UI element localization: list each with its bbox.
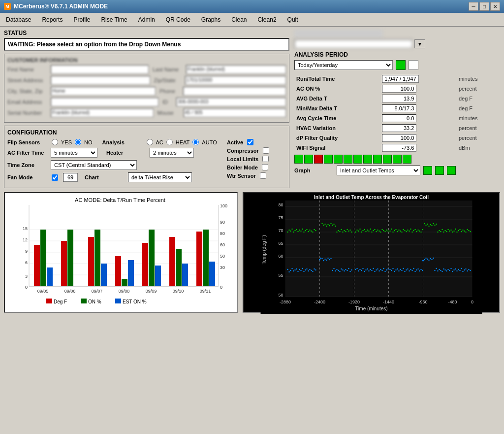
svg-point-245 [395, 269, 396, 270]
svg-point-195 [319, 259, 320, 261]
phone-input[interactable] [183, 87, 286, 96]
svg-point-185 [302, 268, 303, 269]
svg-point-273 [436, 268, 437, 269]
restore-button[interactable]: □ [479, 2, 489, 11]
svg-point-100 [359, 229, 360, 230]
svg-point-228 [370, 269, 371, 270]
analysis-period-title: ANALYSIS PERIOD [294, 51, 500, 58]
bar-g5 [149, 230, 155, 286]
street-input[interactable] [51, 76, 150, 85]
close-button[interactable]: ✕ [490, 2, 500, 11]
svg-text:9: 9 [25, 249, 28, 254]
svg-text:09/06: 09/06 [64, 289, 76, 294]
mouse-input[interactable]: 45 / 905 [184, 108, 286, 117]
svg-point-294 [467, 270, 468, 271]
compressor-checkbox[interactable] [263, 147, 269, 154]
flip-no-radio[interactable] [75, 139, 81, 145]
svg-point-140 [419, 231, 420, 232]
svg-point-192 [312, 271, 313, 272]
metric-unit-1: percent [457, 84, 500, 94]
analysis-ac-radio[interactable] [147, 139, 153, 145]
svg-point-108 [371, 232, 372, 233]
svg-point-168 [461, 231, 462, 232]
svg-point-146 [428, 226, 429, 227]
email-input[interactable] [51, 98, 158, 106]
menu-rise-time[interactable]: Rise Time [99, 15, 129, 24]
svg-text:90: 90 [220, 220, 225, 225]
metric-label-4: Avg Cycle Time [294, 113, 380, 123]
last-name-input[interactable]: Franklin (blurred) [186, 65, 286, 74]
serial-input[interactable]: Franklin (blurred) [51, 108, 154, 117]
fan-mode-checkbox[interactable] [52, 174, 58, 181]
svg-point-130 [404, 230, 405, 231]
menu-reports[interactable]: Reports [40, 15, 64, 24]
bar-g4 [122, 279, 127, 286]
ac-filter-dropdown[interactable]: 5 minutes [51, 148, 97, 158]
menu-database[interactable]: Database [4, 15, 33, 24]
boiler-checkbox[interactable] [262, 164, 268, 170]
svg-point-251 [404, 271, 405, 272]
timezone-dropdown[interactable]: CST (Central Standard) [51, 160, 137, 170]
svg-point-152 [437, 232, 438, 233]
menu-clean[interactable]: Clean [229, 15, 249, 24]
unit-button[interactable]: ▼ [414, 39, 425, 48]
svg-point-180 [294, 269, 295, 270]
bar-g3 [94, 230, 100, 286]
menu-bar: Database Reports Profile Rise Time Admin… [0, 13, 504, 27]
active-checkbox[interactable] [247, 139, 253, 145]
metric-unit-5: percent [457, 123, 500, 133]
wtr-sensor-checkbox[interactable] [260, 172, 266, 179]
svg-point-110 [374, 229, 375, 230]
svg-text:50: 50 [278, 293, 283, 298]
svg-point-163 [453, 231, 454, 232]
city-input[interactable]: Home [51, 87, 156, 96]
svg-point-230 [373, 268, 374, 269]
menu-qr-code[interactable]: QR Code [164, 15, 192, 24]
svg-point-267 [427, 259, 428, 260]
analysis-heat-radio[interactable] [166, 139, 173, 145]
bar-g6 [176, 249, 182, 286]
menu-profile[interactable]: Profile [71, 15, 92, 24]
svg-text:09/11: 09/11 [200, 289, 211, 294]
id-input[interactable]: 306-0000-003 [176, 98, 286, 106]
svg-point-295 [468, 269, 469, 270]
svg-point-253 [407, 268, 408, 269]
analysis-period-dropdown[interactable]: Today/Yesterday [294, 60, 393, 70]
svg-point-133 [409, 231, 410, 232]
menu-quit[interactable]: Quit [285, 15, 300, 24]
svg-point-88 [339, 231, 340, 232]
svg-point-129 [403, 229, 404, 230]
svg-point-145 [427, 224, 428, 225]
analysis-auto-radio[interactable] [192, 139, 199, 145]
svg-point-220 [358, 270, 359, 271]
svg-point-178 [291, 268, 292, 269]
menu-clean2[interactable]: Clean2 [256, 15, 279, 24]
svg-point-218 [355, 269, 356, 270]
svg-point-260 [417, 268, 418, 269]
street-label: Street Address [7, 77, 47, 83]
heater-dropdown[interactable]: 2 minutes [150, 148, 194, 158]
inlet-outlet-chart-svg: Inlet and Outlet Temp Across the Evapora… [244, 193, 499, 314]
fan-value-input[interactable] [63, 173, 78, 182]
svg-point-103 [364, 229, 365, 230]
svg-point-198 [323, 260, 324, 261]
bar-r1 [34, 245, 40, 286]
svg-text:0: 0 [471, 300, 473, 304]
serial-label: Serial Number [7, 110, 47, 116]
svg-text:09/08: 09/08 [119, 289, 130, 294]
graph-dropdown[interactable]: Inlet and Outlet Temps [337, 166, 420, 175]
first-name-input[interactable] [51, 65, 149, 74]
chart-dropdown[interactable]: delta T/Heat Rise [128, 172, 192, 182]
menu-admin[interactable]: Admin [136, 15, 157, 24]
x-axis-label: Time (minutes) [355, 306, 387, 311]
minimize-button[interactable]: ─ [469, 2, 478, 11]
flip-yes-radio[interactable] [52, 139, 58, 145]
local-limits-checkbox[interactable] [262, 156, 269, 162]
svg-point-147 [430, 224, 431, 225]
zip-input[interactable]: 1701/10000 [185, 76, 286, 85]
svg-point-72 [311, 231, 312, 232]
legend-red [46, 299, 52, 303]
svg-point-221 [359, 269, 360, 270]
menu-graphs[interactable]: Graphs [199, 15, 222, 24]
svg-point-270 [431, 259, 432, 260]
